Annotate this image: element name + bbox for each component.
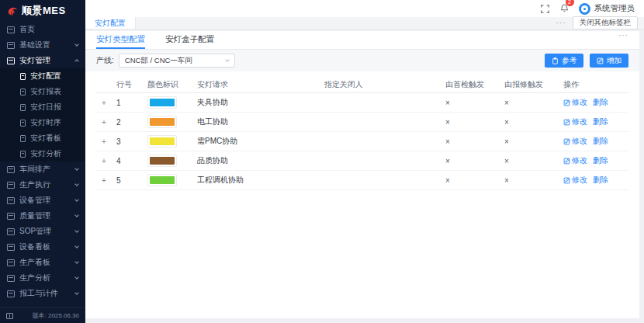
sidebar-item[interactable]: 安灯看板: [0, 130, 85, 146]
andon-request: 夹具协助: [197, 97, 324, 108]
expand-row-button[interactable]: +: [96, 99, 116, 107]
menu-item-icon: [20, 120, 26, 127]
sidebar-item[interactable]: 安灯管理: [0, 53, 85, 68]
production-line-select[interactable]: CNC部 / CNC一车间: [119, 54, 235, 68]
row-number: 4: [116, 157, 147, 165]
sidebar-item-label: 安灯日报: [30, 102, 61, 113]
sidebar-item[interactable]: 设备看板: [0, 239, 85, 255]
close-other-tabs-button[interactable]: 关闭其他标签栏: [573, 16, 639, 30]
sidebar-item-label: 安灯报表: [30, 86, 61, 97]
expand-row-button[interactable]: +: [96, 118, 116, 127]
sidebar-item[interactable]: 首页: [0, 22, 85, 37]
delete-link[interactable]: 删除: [593, 136, 608, 147]
notifications-button[interactable]: 2: [560, 2, 569, 16]
sidebar-item-label: 生产看板: [19, 257, 50, 268]
edit-link[interactable]: 修改: [563, 155, 587, 166]
panel-tabs: 安灯类型配置 安灯盒子配置 ···: [85, 31, 639, 50]
col-repair-trigger: 由报修触发: [504, 79, 563, 90]
col-operations: 操作: [563, 79, 628, 90]
sidebar-item[interactable]: 安灯时序: [0, 115, 85, 130]
sidebar-item[interactable]: 基础设置: [0, 37, 85, 53]
menu-item-icon: [20, 104, 26, 111]
sidebar-item-label: 安灯分析: [30, 148, 61, 159]
sidebar-item-label: 基础设置: [19, 40, 50, 50]
color-swatch: [147, 155, 177, 167]
chevron-icon: [74, 59, 79, 64]
sidebar-item-label: SOP管理: [19, 226, 51, 237]
reference-button[interactable]: 参考: [545, 54, 583, 68]
sidebar-item[interactable]: 生产执行: [0, 177, 85, 193]
edit-link[interactable]: 修改: [563, 136, 587, 147]
first-check-trigger: ×: [445, 157, 504, 165]
repair-trigger: ×: [504, 176, 563, 185]
edit-icon: [563, 119, 570, 126]
edit-link[interactable]: 修改: [563, 175, 587, 186]
sidebar-item-label: 设备看板: [19, 241, 50, 252]
tab-andon-box-config[interactable]: 安灯盒子配置: [165, 31, 214, 49]
toolbar-actions: 参考 增加: [545, 54, 628, 68]
col-closer: 指定关闭人: [324, 79, 445, 90]
delete-link[interactable]: 删除: [593, 175, 608, 186]
collapse-sidebar-icon[interactable]: [6, 313, 13, 319]
color-swatch: [147, 116, 177, 128]
repair-trigger: ×: [504, 118, 563, 127]
col-request: 安灯请求: [197, 79, 324, 90]
delete-link[interactable]: 删除: [593, 97, 608, 108]
sidebar-item[interactable]: 质量管理: [0, 208, 85, 224]
sidebar-item[interactable]: 安灯配置: [0, 68, 85, 84]
sidebar-item[interactable]: 安灯分析: [0, 146, 85, 162]
sidebar-item-label: 首页: [19, 24, 35, 35]
menu-item-icon: [20, 73, 26, 80]
delete-link[interactable]: 删除: [593, 155, 608, 166]
sidebar-item[interactable]: 报工与计件: [0, 286, 85, 301]
sidebar-item[interactable]: 设备管理: [0, 193, 85, 208]
user-menu[interactable]: 系统管理员: [579, 3, 635, 15]
chevron-icon: [74, 259, 79, 264]
tab-andon-config[interactable]: 安灯配置: [85, 17, 136, 29]
edit-link[interactable]: 修改: [563, 97, 587, 108]
delete-link[interactable]: 删除: [593, 116, 608, 127]
add-button[interactable]: 增加: [590, 54, 628, 68]
app-title: 顺景MES: [22, 4, 66, 18]
menu-item-icon: [7, 259, 15, 266]
sidebar-item-label: 安灯管理: [19, 55, 50, 66]
edit-icon: [563, 138, 570, 145]
edit-icon: [563, 158, 570, 165]
repair-trigger: ×: [504, 99, 563, 107]
sidebar-item[interactable]: 生产分析: [0, 270, 85, 286]
table-row: + 5 工程调机协助 × ×: [96, 171, 628, 190]
menu-item-icon: [20, 135, 26, 142]
chevron-icon: [74, 197, 79, 202]
fullscreen-icon[interactable]: [541, 4, 550, 13]
chevron-icon: [74, 213, 79, 217]
production-line-value: CNC部 / CNC一车间: [125, 56, 223, 66]
expand-row-button[interactable]: +: [96, 137, 116, 146]
app-logo: 顺景MES: [0, 0, 85, 22]
menu-item-icon: [7, 42, 15, 49]
sidebar-item[interactable]: 安灯报表: [0, 84, 85, 99]
tab-andon-type-config[interactable]: 安灯类型配置: [96, 31, 145, 49]
edit-link[interactable]: 修改: [563, 116, 587, 127]
tab-more-icon[interactable]: ···: [556, 19, 566, 27]
expand-row-button[interactable]: +: [96, 176, 116, 185]
tabstrip-controls: ··· 关闭其他标签栏: [556, 17, 644, 29]
sidebar-item-label: 报工与计件: [19, 288, 58, 299]
repair-trigger: ×: [504, 137, 563, 146]
menu-item-icon: [7, 290, 15, 297]
col-row-no: 行号: [116, 79, 147, 90]
clipboard-icon: [552, 57, 559, 64]
page-tabstrip: 安灯配置 ··· 关闭其他标签栏: [85, 17, 644, 30]
notification-badge: 2: [566, 0, 574, 6]
chevron-icon: [74, 275, 79, 280]
sidebar-item[interactable]: 车间排产: [0, 162, 85, 177]
andon-type-table: 行号 颜色标识 安灯请求 指定关闭人 由首检触发 由报修触发 操作 +: [96, 77, 628, 190]
menu-item-icon: [20, 151, 26, 158]
panel-more-icon[interactable]: ···: [618, 31, 628, 49]
andon-request: 电工协助: [197, 116, 324, 127]
sidebar-item[interactable]: 生产看板: [0, 255, 85, 270]
table-header-row: 行号 颜色标识 安灯请求 指定关闭人 由首检触发 由报修触发 操作: [96, 77, 628, 93]
expand-row-button[interactable]: +: [96, 157, 116, 165]
table-body: + 1 夹具协助 × ×: [96, 93, 628, 190]
sidebar-item[interactable]: 安灯日报: [0, 99, 85, 115]
sidebar-item[interactable]: SOP管理: [0, 224, 85, 239]
